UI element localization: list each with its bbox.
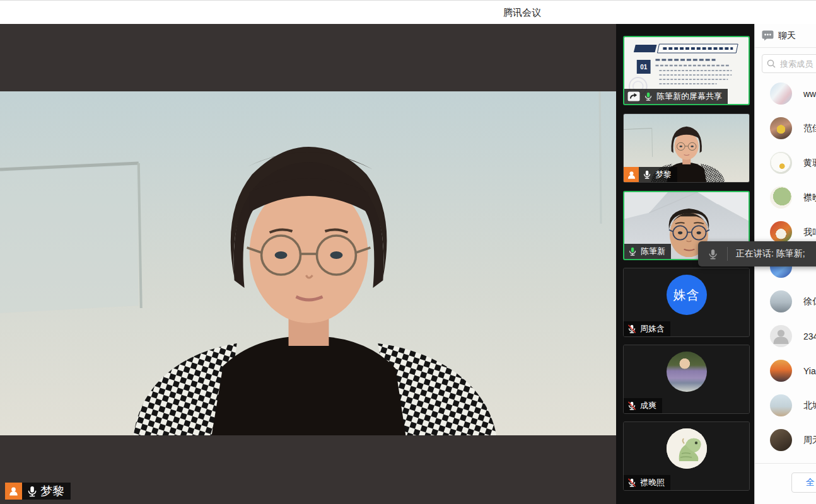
mic-muted-icon	[627, 478, 637, 488]
avatar-photo-dark	[770, 429, 792, 451]
tile-jinwanzhao[interactable]: 襟晚照	[623, 421, 750, 491]
avatar-default-person-icon	[770, 325, 792, 347]
member-name: 我叫	[803, 227, 816, 238]
mic-icon	[707, 248, 719, 260]
speaking-toast: 正在讲话: 陈筆新;	[698, 241, 816, 266]
woman-video-illustration	[0, 91, 616, 435]
member-row[interactable]: Yia	[755, 353, 816, 388]
speaking-toast-text: 正在讲话: 陈筆新;	[736, 248, 805, 260]
tile-nameplate: 梦黎	[624, 167, 677, 182]
avatar-green-dino-cartoon	[770, 186, 792, 209]
member-name: Yia	[803, 366, 816, 376]
slide-number: 01	[640, 64, 647, 71]
mic-icon	[26, 485, 38, 498]
mic-muted-icon	[627, 324, 637, 334]
avatar-photo-sunglasses-girl	[770, 117, 792, 139]
host-person-icon	[5, 483, 22, 500]
member-name: 襟晚	[803, 192, 816, 203]
tile-zhoushuhan[interactable]: 姝含 周姝含	[623, 268, 750, 337]
member-list: ww 范佳 黄珊 襟晚 我叫	[755, 76, 816, 457]
mic-muted-icon	[627, 401, 637, 411]
tencent-meeting-window: 腾讯会议	[0, 0, 816, 504]
main-speaker-nameplate: 梦黎	[5, 483, 71, 500]
member-search	[762, 54, 816, 73]
chat-panel-title: 聊天	[778, 30, 796, 42]
main-speaker-name: 梦黎	[40, 483, 64, 500]
avatar-photo-street	[770, 290, 792, 312]
avatar-green-dino-cartoon	[667, 428, 707, 469]
title-bar: 腾讯会议	[0, 0, 816, 24]
mic-icon	[642, 169, 652, 180]
member-row[interactable]: 徐仁	[755, 284, 816, 319]
tile-label-text: 陈筆新的屏幕共享	[656, 91, 722, 102]
tile-label-text: 襟晚照	[640, 477, 665, 488]
avatar-photo-lavender-field	[667, 352, 707, 392]
main-video-feed	[0, 91, 616, 435]
window-title: 腾讯会议	[503, 6, 541, 18]
avatar-white-duck-cartoon	[770, 152, 792, 174]
avatar-photo-winter	[770, 83, 792, 105]
tile-label-text: 周姝含	[640, 323, 665, 335]
tile-label-text: 陈筆新	[641, 246, 665, 257]
screen-share-icon	[627, 91, 640, 101]
member-name: 范佳	[803, 123, 816, 134]
member-name: 北城	[803, 400, 816, 411]
avatar-photo-sunset	[770, 360, 792, 382]
avatar-photo-sea-dog	[770, 394, 792, 416]
tile-label-text: 成爽	[640, 400, 656, 411]
tile-mengli[interactable]: 梦黎	[623, 113, 750, 183]
main-video-stage[interactable]: 梦黎	[0, 24, 616, 504]
member-name: 黄珊	[803, 158, 816, 169]
member-name: 周天	[803, 435, 816, 446]
chat-bubble-icon	[762, 30, 774, 41]
member-name: 徐仁	[803, 296, 816, 307]
chat-panel-header: 聊天	[755, 24, 816, 48]
member-row[interactable]: 北城	[755, 388, 816, 423]
member-name: ww	[803, 89, 816, 99]
member-row[interactable]: 范佳	[755, 111, 816, 146]
avatar-initials: 姝含	[667, 275, 707, 315]
mute-all-button[interactable]: 全	[791, 472, 816, 493]
tile-screen-share[interactable]: 01 陈筆新的屏幕共享	[623, 36, 750, 105]
member-row[interactable]: 234	[755, 319, 816, 353]
host-person-icon	[624, 167, 639, 182]
member-row[interactable]: 黄珊	[755, 146, 816, 180]
tile-label-text: 梦黎	[655, 169, 672, 180]
mic-speaking-icon	[627, 246, 638, 256]
tile-chengshuang[interactable]: 成爽	[623, 345, 750, 414]
chat-panel-footer: 全	[755, 463, 816, 493]
mic-speaking-icon	[643, 91, 653, 101]
search-icon	[766, 59, 776, 69]
toast-divider	[727, 247, 728, 261]
member-row[interactable]: ww	[755, 76, 816, 111]
member-row[interactable]: 周天	[755, 423, 816, 457]
member-name: 234	[803, 331, 816, 341]
member-row[interactable]: 襟晚	[755, 180, 816, 215]
avatar-red-duck-cartoon	[770, 221, 792, 243]
